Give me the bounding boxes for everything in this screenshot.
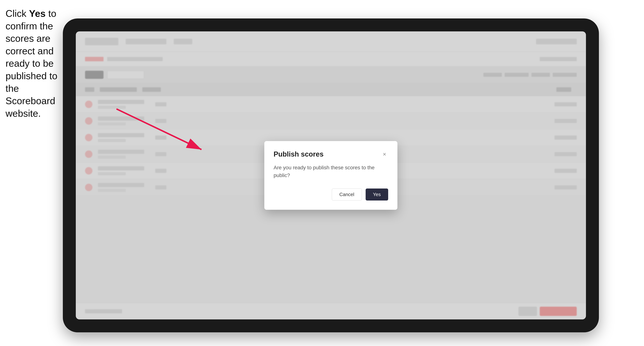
modal-overlay: Publish scores × Are you ready to publis… <box>76 31 586 319</box>
yes-button[interactable]: Yes <box>366 188 388 200</box>
cancel-button[interactable]: Cancel <box>332 188 362 200</box>
publish-scores-dialog: Publish scores × Are you ready to publis… <box>264 141 398 210</box>
modal-close-button[interactable]: × <box>381 151 388 158</box>
instruction-bold: Yes <box>29 8 46 19</box>
instruction-suffix: to confirm the scores are correct and re… <box>6 8 57 119</box>
tablet-device: Publish scores × Are you ready to publis… <box>63 18 599 332</box>
instruction-prefix: Click <box>6 8 29 19</box>
modal-footer: Cancel Yes <box>274 188 388 200</box>
modal-body: Are you ready to publish these scores to… <box>274 164 388 179</box>
instruction-text: Click Yes to confirm the scores are corr… <box>6 7 59 120</box>
modal-header: Publish scores × <box>274 150 388 158</box>
tablet-screen: Publish scores × Are you ready to publis… <box>76 31 586 319</box>
modal-title: Publish scores <box>274 150 324 158</box>
